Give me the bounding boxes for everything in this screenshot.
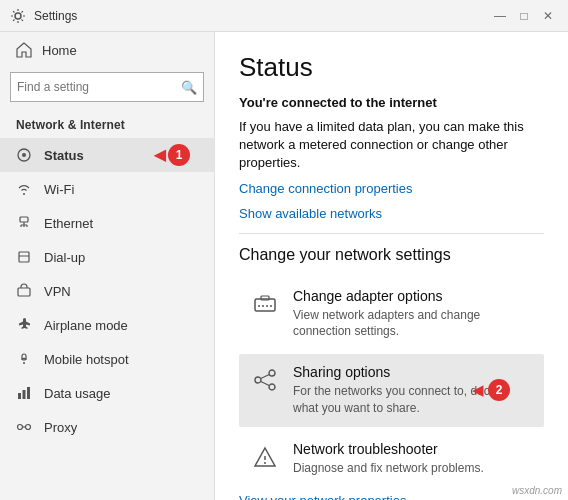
sidebar-item-dialup[interactable]: Dial-up [0, 240, 214, 274]
search-input[interactable] [17, 80, 181, 94]
change-connection-link[interactable]: Change connection properties [239, 181, 544, 196]
troubleshooter-icon [251, 443, 279, 471]
svg-line-21 [261, 382, 269, 386]
minimize-button[interactable]: — [490, 6, 510, 26]
airplane-label: Airplane mode [44, 318, 128, 333]
ethernet-label: Ethernet [44, 216, 93, 231]
adapter-icon [251, 290, 279, 318]
svg-point-23 [264, 462, 266, 464]
dialup-label: Dial-up [44, 250, 85, 265]
proxy-icon [16, 419, 32, 435]
home-icon [16, 42, 32, 58]
network-settings-title: Change your network settings [239, 246, 544, 264]
annotation-1: 1 [168, 144, 190, 166]
sharing-options-card[interactable]: Sharing options For the networks you con… [239, 354, 544, 427]
adapter-card-desc: View network adapters and change connect… [293, 307, 532, 341]
sidebar-item-datausage[interactable]: Data usage [0, 376, 214, 410]
sidebar-item-airplane[interactable]: Airplane mode [0, 308, 214, 342]
svg-point-2 [22, 153, 26, 157]
sidebar-item-ethernet[interactable]: Ethernet [0, 206, 214, 240]
airplane-icon [16, 317, 32, 333]
svg-point-18 [269, 384, 275, 390]
vpn-label: VPN [44, 284, 71, 299]
svg-line-20 [261, 375, 269, 379]
wifi-icon [16, 181, 32, 197]
hotspot-label: Mobile hotspot [44, 352, 129, 367]
troubleshooter-card-title: Network troubleshooter [293, 441, 532, 457]
sharing-card-content: Sharing options For the networks you con… [293, 364, 532, 417]
svg-point-19 [255, 377, 261, 383]
adapter-card-content: Change adapter options View network adap… [293, 288, 532, 341]
arrow-annotation-1: ◀ [154, 146, 166, 164]
sharing-icon [251, 366, 279, 394]
status-label: Status [44, 148, 84, 163]
title-bar: Settings — □ ✕ [0, 0, 568, 32]
window-title: Settings [34, 9, 490, 23]
svg-rect-11 [255, 299, 275, 311]
sidebar-item-proxy[interactable]: Proxy [0, 410, 214, 444]
sidebar: Home 🔍 Network & Internet Status ◀ 1 [0, 32, 215, 500]
troubleshooter-card-content: Network troubleshooter Diagnose and fix … [293, 441, 532, 477]
home-nav-item[interactable]: Home [0, 32, 214, 68]
adapter-options-card[interactable]: Change adapter options View network adap… [239, 278, 544, 351]
dialup-icon [16, 249, 32, 265]
status-description: If you have a limited data plan, you can… [239, 118, 544, 173]
status-icon [16, 147, 32, 163]
show-networks-link[interactable]: Show available networks [239, 206, 544, 221]
main-panel: Status You're connected to the internet … [215, 32, 568, 500]
settings-icon [10, 8, 26, 24]
wifi-label: Wi-Fi [44, 182, 74, 197]
sidebar-item-vpn[interactable]: VPN [0, 274, 214, 308]
maximize-button[interactable]: □ [514, 6, 534, 26]
view-properties-link[interactable]: View your network properties [239, 493, 544, 500]
vpn-icon [16, 283, 32, 299]
home-label: Home [42, 43, 77, 58]
watermark: wsxdn.com [512, 485, 562, 496]
app-body: Home 🔍 Network & Internet Status ◀ 1 [0, 32, 568, 500]
divider-1 [239, 233, 544, 234]
datausage-label: Data usage [44, 386, 111, 401]
sidebar-item-hotspot[interactable]: Mobile hotspot [0, 342, 214, 376]
connected-status: You're connected to the internet [239, 95, 544, 110]
svg-point-9 [26, 425, 31, 430]
search-box[interactable]: 🔍 [10, 72, 204, 102]
svg-point-0 [15, 13, 21, 19]
close-button[interactable]: ✕ [538, 6, 558, 26]
window-controls: — □ ✕ [490, 6, 558, 26]
ethernet-icon [16, 215, 32, 231]
proxy-label: Proxy [44, 420, 77, 435]
adapter-card-title: Change adapter options [293, 288, 532, 304]
search-icon: 🔍 [181, 80, 197, 95]
datausage-icon [16, 385, 32, 401]
troubleshooter-card[interactable]: Network troubleshooter Diagnose and fix … [239, 431, 544, 487]
svg-point-8 [18, 425, 23, 430]
svg-rect-4 [19, 252, 29, 262]
sidebar-item-status[interactable]: Status ◀ 1 [0, 138, 214, 172]
svg-rect-3 [20, 217, 28, 222]
sharing-card-title: Sharing options [293, 364, 532, 380]
page-title: Status [239, 52, 544, 83]
svg-rect-6 [18, 288, 30, 296]
troubleshooter-card-desc: Diagnose and fix network problems. [293, 460, 532, 477]
svg-point-17 [269, 370, 275, 376]
section-title: Network & Internet [0, 112, 214, 138]
hotspot-icon [16, 351, 32, 367]
sharing-card-desc: For the networks you connect to, decide … [293, 383, 532, 417]
arrow-annotation-2: ◀ [472, 381, 484, 399]
svg-rect-7 [22, 354, 26, 360]
sidebar-item-wifi[interactable]: Wi-Fi [0, 172, 214, 206]
